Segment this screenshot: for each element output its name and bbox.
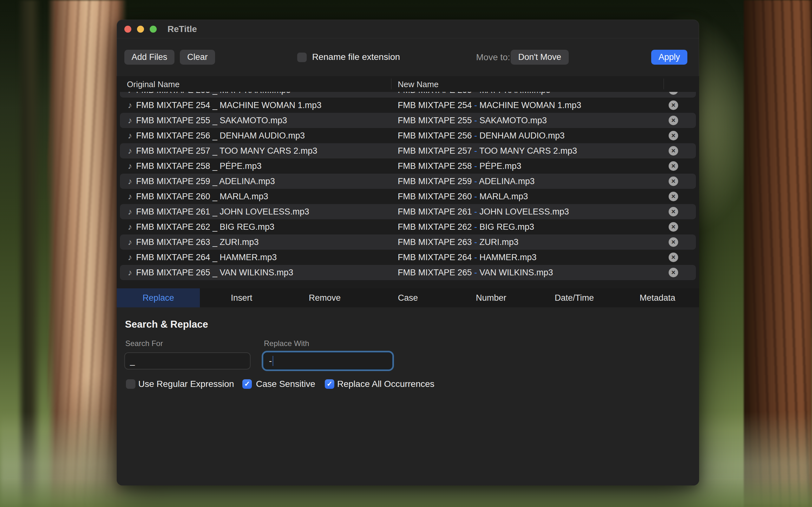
new-name-cell: FMB MIXTAPE 258 - PÉPE.mp3 (398, 161, 521, 171)
column-header-new-name[interactable]: New Name (398, 79, 439, 89)
original-name-cell: FMB MIXTAPE 259 _ ADELINA.mp3 (136, 176, 275, 186)
tab-remove[interactable]: Remove (283, 288, 366, 307)
search-for-input[interactable]: _ (124, 352, 251, 370)
new-name-cell: FMB MIXTAPE 265 - VAN WILKINS.mp3 (398, 268, 553, 278)
replace-with-value: - (269, 356, 272, 366)
remove-file-button[interactable]: × (669, 116, 678, 125)
remove-file-button[interactable]: × (669, 252, 678, 262)
file-table: Original Name New Name ♪ FMB MIXTAPE 253… (117, 76, 699, 288)
table-header: Original Name New Name (117, 76, 699, 92)
table-row[interactable]: ♪ FMB MIXTAPE 255 _ SAKAMOTO.mp3 FMB MIX… (120, 113, 696, 128)
search-for-label: Search For (125, 339, 163, 348)
music-note-icon: ♪ (128, 92, 132, 95)
table-row[interactable]: ♪ FMB MIXTAPE 260 _ MARLA.mp3 FMB MIXTAP… (120, 189, 696, 204)
zoom-button[interactable] (150, 26, 157, 33)
remove-file-button[interactable]: × (669, 161, 678, 171)
tab-case[interactable]: Case (366, 288, 450, 307)
use-regular-expression-label: Use Regular Expression (138, 379, 234, 389)
remove-file-button[interactable]: × (669, 268, 678, 277)
music-note-icon: ♪ (128, 161, 132, 171)
music-note-icon: ♪ (128, 237, 132, 247)
panel-heading: Search & Replace (125, 319, 208, 330)
original-name-cell: FMB MIXTAPE 262 _ BIG REG.mp3 (136, 222, 274, 232)
new-name-cell: FMB MIXTAPE 259 - ADELINA.mp3 (398, 176, 535, 186)
new-name-cell: FMB MIXTAPE 260 - MARLA.mp3 (398, 192, 528, 202)
music-note-icon: ♪ (128, 101, 132, 110)
table-row[interactable]: ♪ FMB MIXTAPE 258 _ PÉPE.mp3 FMB MIXTAPE… (120, 158, 696, 174)
minimize-button[interactable] (137, 26, 144, 33)
remove-file-button[interactable]: × (669, 92, 678, 95)
window-title: ReTitle (167, 24, 197, 34)
traffic-lights (124, 26, 157, 33)
new-name-cell: FMB MIXTAPE 263 - ZURI.mp3 (398, 237, 519, 247)
music-note-icon: ♪ (128, 146, 132, 156)
text-caret (272, 356, 273, 366)
tab-date-time[interactable]: Date/Time (532, 288, 616, 307)
table-row[interactable]: ♪ FMB MIXTAPE 262 _ BIG REG.mp3 FMB MIXT… (120, 219, 696, 234)
remove-file-button[interactable]: × (669, 131, 678, 140)
original-name-cell: FMB MIXTAPE 260 _ MARLA.mp3 (136, 192, 268, 202)
original-name-cell: FMB MIXTAPE 255 _ SAKAMOTO.mp3 (136, 116, 287, 125)
tab-insert[interactable]: Insert (200, 288, 283, 307)
close-button[interactable] (124, 26, 131, 33)
table-row[interactable]: ♪ FMB MIXTAPE 253 _ MATT KARMI.mp3 FMB M… (120, 92, 696, 98)
table-row[interactable]: ♪ FMB MIXTAPE 261 _ JOHN LOVELESS.mp3 FM… (120, 204, 696, 219)
column-header-original-name[interactable]: Original Name (127, 79, 180, 89)
music-note-icon: ♪ (128, 176, 132, 186)
use-regular-expression-checkbox[interactable] (126, 379, 136, 389)
remove-file-button[interactable]: × (669, 192, 678, 201)
table-row[interactable]: ♪ FMB MIXTAPE 264 _ HAMMER.mp3 FMB MIXTA… (120, 250, 696, 265)
new-name-cell: FMB MIXTAPE 253 - MATT KARMI.mp3 (398, 92, 551, 95)
original-name-cell: FMB MIXTAPE 265 _ VAN WILKINS.mp3 (136, 268, 293, 278)
remove-file-button[interactable]: × (669, 146, 678, 156)
clear-button[interactable]: Clear (180, 50, 215, 65)
column-divider[interactable] (391, 78, 392, 89)
original-name-cell: FMB MIXTAPE 258 _ PÉPE.mp3 (136, 161, 262, 171)
add-files-button[interactable]: Add Files (124, 50, 174, 65)
table-row[interactable]: ♪ FMB MIXTAPE 256 _ DENHAM AUDIO.mp3 FMB… (120, 128, 696, 143)
original-name-cell: FMB MIXTAPE 264 _ HAMMER.mp3 (136, 252, 277, 262)
new-name-cell: FMB MIXTAPE 261 - JOHN LOVELESS.mp3 (398, 207, 569, 217)
music-note-icon: ♪ (128, 192, 132, 202)
titlebar[interactable]: ReTitle (117, 20, 699, 38)
tab-replace[interactable]: Replace (117, 288, 200, 307)
table-row[interactable]: ♪ FMB MIXTAPE 254 _ MACHINE WOMAN 1.mp3 … (120, 98, 696, 113)
original-name-cell: FMB MIXTAPE 253 _ MATT KARMI.mp3 (136, 92, 291, 95)
move-to-popup-button[interactable]: Don't Move (511, 50, 569, 65)
table-row[interactable]: ♪ FMB MIXTAPE 263 _ ZURI.mp3 FMB MIXTAPE… (120, 234, 696, 250)
remove-file-button[interactable]: × (669, 222, 678, 232)
original-name-cell: FMB MIXTAPE 263 _ ZURI.mp3 (136, 237, 259, 247)
replace-with-input[interactable]: - (263, 352, 392, 370)
remove-file-button[interactable]: × (669, 176, 678, 186)
remove-file-button[interactable]: × (669, 237, 678, 247)
music-note-icon: ♪ (128, 131, 132, 141)
music-note-icon: ♪ (128, 207, 132, 217)
tab-metadata[interactable]: Metadata (616, 288, 699, 307)
replace-all-occurrences-checkbox[interactable]: ✓ (325, 379, 334, 389)
tab-number[interactable]: Number (450, 288, 532, 307)
remove-file-button[interactable]: × (669, 207, 678, 216)
music-note-icon: ♪ (128, 116, 132, 125)
new-name-cell: FMB MIXTAPE 264 - HAMMER.mp3 (398, 252, 537, 262)
apply-button[interactable]: Apply (651, 50, 687, 65)
music-note-icon: ♪ (128, 222, 132, 232)
case-sensitive-checkbox[interactable]: ✓ (242, 379, 252, 389)
original-name-cell: FMB MIXTAPE 254 _ MACHINE WOMAN 1.mp3 (136, 101, 322, 110)
move-to-label: Move to: (476, 52, 510, 62)
column-divider[interactable] (664, 78, 664, 89)
original-name-cell: FMB MIXTAPE 257 _ TOO MANY CARS 2.mp3 (136, 146, 317, 156)
remove-file-button[interactable]: × (669, 101, 678, 110)
table-scroll-viewport[interactable]: ♪ FMB MIXTAPE 253 _ MATT KARMI.mp3 FMB M… (117, 92, 699, 288)
table-row[interactable]: ♪ FMB MIXTAPE 259 _ ADELINA.mp3 FMB MIXT… (120, 174, 696, 189)
original-name-cell: FMB MIXTAPE 261 _ JOHN LOVELESS.mp3 (136, 207, 309, 217)
retitle-window: ReTitle Add Files Clear Rename file exte… (117, 20, 699, 486)
new-name-cell: FMB MIXTAPE 257 - TOO MANY CARS 2.mp3 (398, 146, 577, 156)
search-for-value: _ (130, 356, 135, 366)
table-row[interactable]: ♪ FMB MIXTAPE 257 _ TOO MANY CARS 2.mp3 … (120, 143, 696, 158)
case-sensitive-label: Case Sensitive (256, 379, 315, 389)
music-note-icon: ♪ (128, 268, 132, 278)
music-note-icon: ♪ (128, 252, 132, 262)
search-replace-panel: Search & Replace Search For Replace With… (117, 307, 699, 486)
table-row[interactable]: ♪ FMB MIXTAPE 265 _ VAN WILKINS.mp3 FMB … (120, 265, 696, 280)
rename-extension-checkbox[interactable] (297, 53, 307, 62)
